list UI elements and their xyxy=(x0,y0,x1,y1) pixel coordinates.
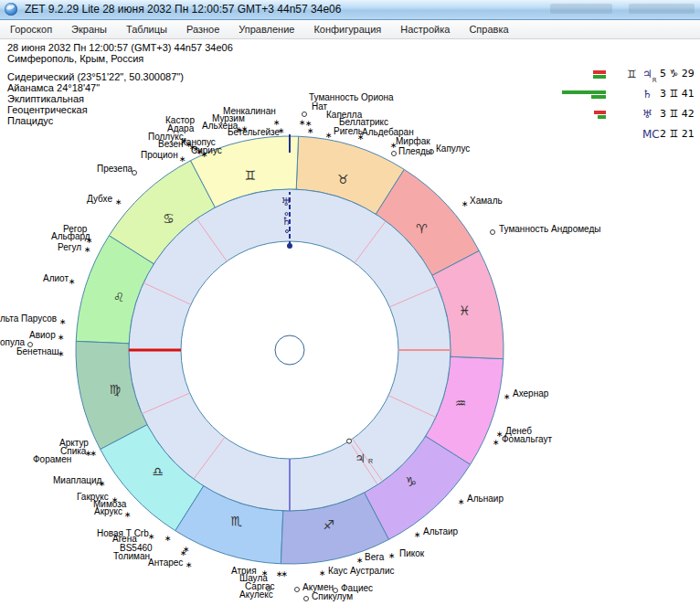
app-icon xyxy=(5,3,17,16)
zodiac-sector-aries xyxy=(376,169,479,275)
star-marker: ∗ xyxy=(183,547,188,552)
star-marker: ∗ xyxy=(186,562,191,568)
star-label: Ригель xyxy=(334,127,363,135)
chart-datetime: 28 июня 2032 Пн 12:00:57 (GMT+3) 44n57 3… xyxy=(7,42,233,53)
chart-info-block: 28 июня 2032 Пн 12:00:57 (GMT+3) 44n57 3… xyxy=(7,42,233,126)
planet-position: 2 ♊ 21 xyxy=(660,128,700,140)
gemini-glyph: ♊ xyxy=(245,168,257,183)
star-label: Хамаль xyxy=(470,196,503,205)
star-label: Плеяды xyxy=(398,147,432,155)
star-label: Миаплацид xyxy=(53,476,101,484)
uranus-wheel-glyph: ♅ xyxy=(281,196,292,208)
star-label: Арктур xyxy=(59,439,89,447)
star-marker: ∗ xyxy=(273,120,279,125)
star-label: Спикулум xyxy=(312,592,353,600)
star-marker: ∗ xyxy=(164,536,170,541)
zodiac-sector-capricorn xyxy=(365,436,471,539)
star-marker: ∗ xyxy=(504,394,509,399)
titlebar[interactable]: ZET 9.2.29 Lite 28 июня 2032 Пн 12:00:57… xyxy=(0,0,700,20)
star-marker: ∗ xyxy=(319,570,324,576)
negative-strength-bar xyxy=(593,70,606,74)
star-label: льта Парусов xyxy=(0,314,57,323)
star-marker: ∗ xyxy=(58,335,63,340)
house-cusp-line xyxy=(353,439,383,482)
menu-item-7[interactable]: Справка xyxy=(467,22,510,37)
star-marker: ∗ xyxy=(461,201,467,207)
star-label: Пикок xyxy=(399,549,424,558)
star-label: Дубхе xyxy=(87,195,112,203)
positive-strength-bar xyxy=(591,95,606,99)
menu-item-1[interactable]: Экраны xyxy=(69,22,109,37)
strength-bars xyxy=(555,109,606,120)
star-label: Нат xyxy=(312,102,327,111)
ayanamsa: Айанамса 24°18'47" xyxy=(7,82,233,93)
zodiac-sector-sagittarius xyxy=(281,493,388,564)
taurus-glyph: ♉ xyxy=(337,172,349,186)
star-label: Везен xyxy=(158,140,184,148)
star-marker: ∗ xyxy=(357,134,363,140)
menu-item-2[interactable]: Таблицы xyxy=(124,22,169,37)
star-marker: ∗ xyxy=(181,138,186,143)
star-marker: ∗ xyxy=(179,156,185,162)
star-marker: ∗ xyxy=(180,550,186,556)
strength-bars xyxy=(555,89,606,100)
menu-item-3[interactable]: Разное xyxy=(185,22,221,37)
star-label: Алиот xyxy=(43,274,69,282)
zodiac-sector-scorpio xyxy=(175,486,283,564)
star-label: Антарес xyxy=(148,558,183,567)
star-label: Толиман xyxy=(113,552,150,560)
star-marker: ∗ xyxy=(325,133,331,138)
nebula-circle-marker xyxy=(294,587,300,592)
planet-glyph: MC xyxy=(642,128,660,143)
star-label: Каус Аустралис xyxy=(328,567,395,575)
house-cusp-line xyxy=(194,437,225,479)
menu-item-0[interactable]: Гороскоп xyxy=(8,22,54,37)
house-cusp-line xyxy=(142,393,189,414)
planet-glyph: ♅ xyxy=(642,108,652,122)
star-label: опула xyxy=(0,338,25,346)
menu-item-6[interactable]: Настройка xyxy=(398,22,451,37)
menu-item-4[interactable]: Управление xyxy=(237,22,296,37)
star-label: Ахернар xyxy=(513,389,548,398)
sign-glyph: ♊ xyxy=(627,68,637,80)
aquarius-glyph: ♒ xyxy=(455,396,467,410)
nebula-circle-marker xyxy=(302,112,307,117)
mc-degree-dot xyxy=(287,243,292,249)
saturn-wheel-glyph: ♄ xyxy=(281,215,292,228)
star-label: Капелла xyxy=(326,111,362,119)
star-label: Гакрукс xyxy=(77,493,109,501)
star-label: Сириус xyxy=(191,146,222,154)
star-label: Авиор xyxy=(29,331,56,339)
star-label: Новая Т Crb xyxy=(97,529,149,537)
planet-glyph: ♃R xyxy=(642,68,657,82)
scorpio-glyph: ♏ xyxy=(230,514,242,528)
chart-center-type: Геоцентрическая xyxy=(7,104,233,115)
star-marker: ∗ xyxy=(493,440,498,445)
star-marker: ∗∗ xyxy=(85,451,95,456)
house-cusp-line xyxy=(389,286,437,307)
star-marker: ∗ xyxy=(99,481,104,486)
star-label: Альнаир xyxy=(467,494,504,503)
house-cusp-line xyxy=(143,282,191,304)
star-label: Туманность Ориона xyxy=(309,93,394,101)
zodiac-type: Сидерический (23°51'22", 50.300087") xyxy=(7,71,233,82)
star-marker: ∗ xyxy=(58,351,63,356)
coord-system: Эклиптикальная xyxy=(7,93,233,104)
zodiac-sector-virgo xyxy=(76,341,147,449)
star-label: Агена xyxy=(112,535,137,543)
star-marker: ∗ xyxy=(458,499,463,504)
star-marker: ∗ xyxy=(148,534,154,539)
star-marker: ∗ xyxy=(307,128,313,133)
star-label: Форамен xyxy=(33,455,71,463)
uranus-glyph: ♅ xyxy=(642,108,652,121)
planet-position: 5 ♑ 29 xyxy=(660,68,700,80)
zodiac-sector-gemini xyxy=(190,136,298,207)
window-title: ZET 9.2.29 Lite 28 июня 2032 Пн 12:00:57… xyxy=(25,3,341,16)
star-marker: ∗ xyxy=(193,146,198,152)
star-marker: ∗ xyxy=(261,570,267,576)
mc-label: MC xyxy=(642,128,660,141)
pisces-glyph: ♓ xyxy=(459,303,471,318)
jupiter-glyph: ♃ xyxy=(642,68,652,80)
star-label: Шаула xyxy=(239,574,268,582)
menu-item-5[interactable]: Конфигурация xyxy=(312,22,383,37)
